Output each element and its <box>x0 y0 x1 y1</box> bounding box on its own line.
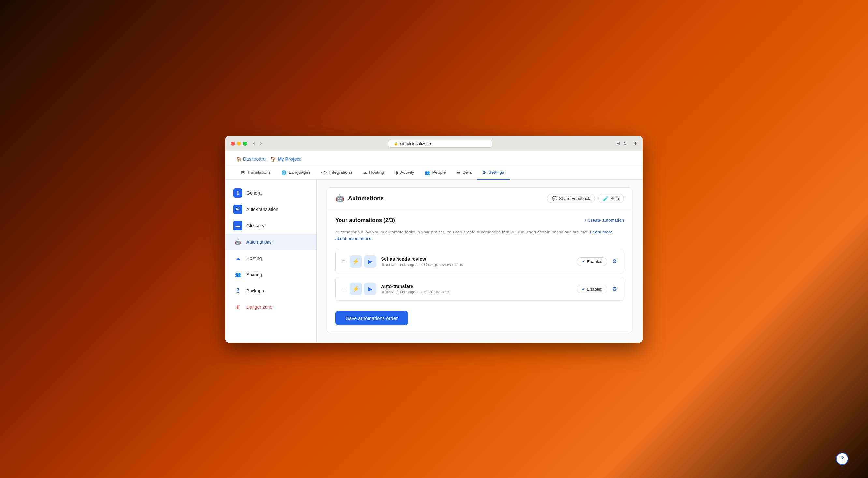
enabled-badge-2[interactable]: ✓ Enabled <box>577 285 607 294</box>
breadcrumb-project: 🏠 My Project <box>271 156 301 162</box>
address-bar: 🔒 simplelocalize.io <box>268 140 613 148</box>
auto-translation-icon: AZ <box>233 205 242 214</box>
activity-icon: ◉ <box>395 170 399 175</box>
description-text: Automations allow you to automate tasks … <box>335 230 589 234</box>
sidebar-item-danger-zone[interactable]: 🗑 Danger zone <box>225 299 316 315</box>
checkmark-icon: ✓ <box>582 259 585 264</box>
tab-settings-label: Settings <box>488 170 504 175</box>
tab-translations-label: Translations <box>247 170 271 175</box>
page-icon: 🤖 <box>335 194 344 203</box>
tab-hosting-label: Hosting <box>369 170 384 175</box>
automation-trigger-2: Translation changes <box>381 290 417 294</box>
beta-icon: 🧪 <box>603 196 608 201</box>
tab-languages-label: Languages <box>289 170 311 175</box>
new-tab-button[interactable]: + <box>633 140 637 147</box>
arrow-separator-2: → <box>419 290 424 294</box>
sidebar-item-sharing[interactable]: 👥 Sharing <box>225 266 316 283</box>
sidebar-item-backups[interactable]: 🗄 Backups <box>225 283 316 299</box>
integrations-icon: </> <box>321 170 328 175</box>
checkmark-icon-2: ✓ <box>582 287 585 292</box>
create-automation-button[interactable]: + Create automation <box>584 218 624 223</box>
sidebar-item-general[interactable]: ℹ General <box>225 185 316 201</box>
drag-handle-icon-2[interactable]: ≡ <box>342 286 345 292</box>
browser-actions: ⊞ ↻ <box>617 141 627 146</box>
settings-gear-button[interactable]: ⚙ <box>612 258 617 265</box>
translate-icon[interactable]: ⊞ <box>617 141 620 146</box>
header-actions: 💬 Share Feedback 🧪 Beta <box>547 194 624 203</box>
forward-button[interactable]: › <box>258 140 264 147</box>
tab-people[interactable]: 👥 People <box>419 166 451 180</box>
create-automation-label: + Create automation <box>584 218 624 223</box>
automations-description: Automations allow you to automate tasks … <box>335 229 624 242</box>
breadcrumb-dashboard-link[interactable]: 🏠 Dashboard <box>236 156 266 162</box>
automation-info-2: Auto-translate Translation changes → Aut… <box>381 284 572 294</box>
content-header: 🤖 Automations 💬 Share Feedback 🧪 Beta <box>327 187 632 209</box>
sidebar-auto-translation-label: Auto-translation <box>246 207 278 212</box>
enabled-label-2: Enabled <box>587 287 602 292</box>
share-feedback-label: Share Feedback <box>559 196 590 201</box>
sidebar-item-automations[interactable]: 🤖 Automations <box>225 234 316 250</box>
automations-icon: 🤖 <box>233 237 242 246</box>
tab-data[interactable]: ☰ Data <box>451 166 477 180</box>
sidebar-glossary-label: Glossary <box>246 223 264 228</box>
sidebar-item-auto-translation[interactable]: AZ Auto-translation <box>225 201 316 217</box>
back-button[interactable]: ‹ <box>251 140 257 147</box>
automation-card-auto-translate: ≡ ⚡ ▶ Auto-translate Translation changes… <box>335 277 624 301</box>
automation-name-2: Auto-translate <box>381 284 572 289</box>
tab-languages[interactable]: 🌐 Languages <box>276 166 316 180</box>
content-body: Your automations (2/3) + Create automati… <box>327 209 632 334</box>
automation-flow: Translation changes → Change review stat… <box>381 263 572 267</box>
url-text: simplelocalize.io <box>400 141 431 146</box>
beta-button[interactable]: 🧪 Beta <box>598 194 624 203</box>
feedback-icon: 💬 <box>552 196 557 201</box>
close-button[interactable] <box>231 142 235 146</box>
automation-flow-2: Translation changes → Auto-translate <box>381 290 572 294</box>
share-feedback-button[interactable]: 💬 Share Feedback <box>547 194 595 203</box>
refresh-icon[interactable]: ↻ <box>623 141 627 146</box>
glossary-icon: ▬ <box>233 221 242 230</box>
sidebar-general-label: General <box>246 190 262 196</box>
automation-action: Change review status <box>424 263 463 267</box>
tab-integrations[interactable]: </> Integrations <box>316 166 358 180</box>
automation-icons: ⚡ ▶ <box>350 255 376 268</box>
browser-controls: ‹ › 🔒 simplelocalize.io ⊞ ↻ + <box>231 140 637 148</box>
breadcrumb-dashboard-label: Dashboard <box>243 156 266 162</box>
tab-hosting[interactable]: ☁ Hosting <box>358 166 390 180</box>
breadcrumb-project-label[interactable]: My Project <box>278 156 301 162</box>
automations-header: Your automations (2/3) + Create automati… <box>335 217 624 224</box>
drag-handle-icon[interactable]: ≡ <box>342 259 345 264</box>
tab-translations[interactable]: ⊞ Translations <box>236 166 276 180</box>
page-title: Automations <box>348 195 384 202</box>
arrow-separator: → <box>419 263 424 267</box>
url-field[interactable]: 🔒 simplelocalize.io <box>388 140 492 148</box>
automation-name: Set as needs review <box>381 256 572 262</box>
hosting-sidebar-icon: ☁ <box>233 254 242 263</box>
sidebar-automations-label: Automations <box>246 239 272 244</box>
save-automations-order-button[interactable]: Save automations order <box>335 311 408 325</box>
automations-count: Your automations (2/3) <box>335 217 395 224</box>
lock-icon: 🔒 <box>394 142 398 146</box>
home-icon: 🏠 <box>236 156 242 162</box>
tab-settings[interactable]: ⚙ Settings <box>477 166 509 180</box>
automation-trigger: Translation changes <box>381 263 417 267</box>
sidebar-danger-zone-label: Danger zone <box>246 304 272 310</box>
people-icon: 👥 <box>425 170 430 175</box>
settings-gear-button-2[interactable]: ⚙ <box>612 285 617 293</box>
translations-icon: ⊞ <box>241 170 245 175</box>
action-icon: ▶ <box>364 255 376 268</box>
help-bubble-button[interactable]: ? <box>836 453 848 465</box>
sidebar-sharing-label: Sharing <box>246 272 262 277</box>
data-icon: ☰ <box>457 170 461 175</box>
enabled-badge[interactable]: ✓ Enabled <box>577 257 607 266</box>
sidebar-hosting-label: Hosting <box>246 256 261 261</box>
breadcrumb-separator: / <box>268 156 269 162</box>
content-header-left: 🤖 Automations <box>335 194 384 203</box>
browser-chrome: ‹ › 🔒 simplelocalize.io ⊞ ↻ + <box>225 136 643 151</box>
tab-activity[interactable]: ◉ Activity <box>390 166 420 180</box>
sidebar-item-hosting[interactable]: ☁ Hosting <box>225 250 316 266</box>
maximize-button[interactable] <box>243 142 247 146</box>
sidebar-item-glossary[interactable]: ▬ Glossary <box>225 217 316 234</box>
tab-integrations-label: Integrations <box>329 170 352 175</box>
minimize-button[interactable] <box>237 142 241 146</box>
enabled-label: Enabled <box>587 259 602 264</box>
